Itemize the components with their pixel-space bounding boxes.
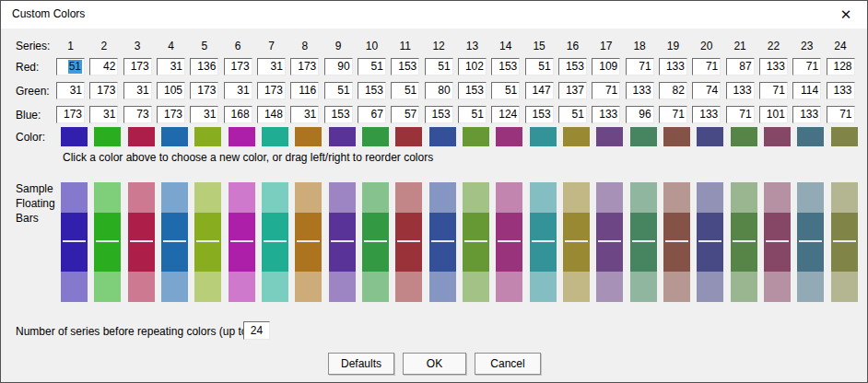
green-value-input[interactable]: 114 [792, 82, 821, 99]
green-value-input[interactable]: 74 [692, 82, 721, 99]
green-value-input[interactable]: 153 [458, 82, 487, 99]
red-value-input[interactable]: 31 [257, 58, 286, 75]
red-value-input[interactable]: 102 [458, 58, 487, 75]
color-swatch[interactable] [596, 127, 623, 146]
color-swatch[interactable] [463, 127, 489, 146]
blue-value-input[interactable]: 153 [324, 106, 353, 123]
blue-value-input[interactable]: 148 [257, 106, 286, 123]
blue-value-input[interactable]: 124 [491, 106, 520, 123]
green-value-input[interactable]: 147 [525, 82, 554, 99]
green-value-input[interactable]: 153 [358, 82, 386, 99]
red-value-input[interactable]: 133 [759, 58, 788, 75]
green-value-input[interactable]: 31 [56, 82, 85, 99]
green-value-input[interactable]: 71 [759, 82, 788, 99]
red-value-input[interactable]: 31 [157, 58, 185, 75]
color-swatch[interactable] [94, 127, 121, 146]
blue-value-input[interactable]: 31 [89, 106, 118, 123]
green-value-input[interactable]: 51 [324, 82, 353, 99]
close-icon[interactable]: ✕ [825, 1, 867, 29]
color-swatch[interactable] [429, 127, 456, 146]
blue-value-input[interactable]: 71 [659, 106, 687, 123]
green-value-input[interactable]: 105 [157, 82, 185, 99]
green-value-input[interactable]: 31 [123, 82, 152, 99]
blue-value-input[interactable]: 67 [358, 106, 386, 123]
blue-value-input[interactable]: 96 [626, 106, 654, 123]
green-value-input[interactable]: 82 [659, 82, 687, 99]
red-value-input[interactable]: 133 [659, 58, 687, 75]
blue-value-input[interactable]: 73 [123, 106, 152, 123]
green-value-input[interactable]: 51 [491, 82, 520, 99]
blue-value-input[interactable]: 31 [290, 106, 319, 123]
green-value-input[interactable]: 80 [425, 82, 453, 99]
red-value-input[interactable]: 136 [190, 58, 218, 75]
blue-value-input[interactable]: 101 [759, 106, 788, 123]
red-value-input[interactable]: 173 [224, 58, 252, 75]
red-value-input[interactable]: 153 [558, 58, 587, 75]
color-swatch[interactable] [395, 127, 422, 146]
color-swatch[interactable] [630, 127, 657, 146]
color-swatch[interactable] [563, 127, 590, 146]
color-swatch[interactable] [61, 127, 88, 146]
color-swatch[interactable] [329, 127, 356, 146]
color-swatch[interactable] [530, 127, 557, 146]
green-value-input[interactable]: 71 [592, 82, 620, 99]
red-value-input[interactable]: 109 [592, 58, 620, 75]
color-swatch[interactable] [229, 127, 255, 146]
green-value-input[interactable]: 173 [190, 82, 218, 99]
blue-value-input[interactable]: 133 [592, 106, 620, 123]
green-value-input[interactable]: 133 [827, 82, 855, 99]
red-value-input[interactable]: 71 [692, 58, 721, 75]
color-swatch[interactable] [731, 127, 757, 146]
blue-value-input[interactable]: 133 [692, 106, 721, 123]
color-swatch[interactable] [194, 127, 221, 146]
blue-value-input[interactable]: 153 [525, 106, 554, 123]
green-value-input[interactable]: 173 [89, 82, 118, 99]
num-series-input[interactable]: 24 [243, 321, 270, 340]
blue-value-input[interactable]: 153 [425, 106, 453, 123]
color-swatch[interactable] [262, 127, 288, 146]
blue-value-input[interactable]: 57 [391, 106, 419, 123]
green-value-input[interactable]: 51 [391, 82, 419, 99]
blue-value-input[interactable]: 71 [827, 106, 855, 123]
red-value-input[interactable]: 51 [525, 58, 554, 75]
green-value-input[interactable]: 116 [290, 82, 319, 99]
color-swatch[interactable] [764, 127, 791, 146]
red-value-input[interactable]: 51 [56, 58, 85, 75]
red-value-input[interactable]: 128 [827, 58, 855, 75]
blue-value-input[interactable]: 173 [157, 106, 185, 123]
color-swatch[interactable] [362, 127, 389, 146]
green-value-input[interactable]: 31 [224, 82, 252, 99]
red-value-input[interactable]: 51 [358, 58, 386, 75]
color-swatch[interactable] [797, 127, 824, 146]
red-value-input[interactable]: 51 [425, 58, 453, 75]
blue-value-input[interactable]: 168 [224, 106, 252, 123]
red-value-input[interactable]: 42 [89, 58, 118, 75]
color-swatch[interactable] [496, 127, 522, 146]
blue-value-input[interactable]: 133 [792, 106, 821, 123]
green-value-input[interactable]: 133 [726, 82, 755, 99]
color-swatch[interactable] [663, 127, 690, 146]
red-value-input[interactable]: 173 [290, 58, 319, 75]
red-value-input[interactable]: 153 [491, 58, 520, 75]
blue-value-input[interactable]: 51 [558, 106, 587, 123]
blue-value-input[interactable]: 51 [458, 106, 487, 123]
blue-value-input[interactable]: 71 [726, 106, 755, 123]
green-value-input[interactable]: 137 [558, 82, 587, 99]
green-value-input[interactable]: 133 [626, 82, 654, 99]
red-value-input[interactable]: 173 [123, 58, 152, 75]
red-value-input[interactable]: 153 [391, 58, 419, 75]
red-value-input[interactable]: 71 [792, 58, 821, 75]
red-value-input[interactable]: 87 [726, 58, 755, 75]
color-swatch[interactable] [831, 127, 858, 146]
color-swatch[interactable] [295, 127, 322, 146]
color-swatch[interactable] [161, 127, 188, 146]
green-value-input[interactable]: 173 [257, 82, 286, 99]
defaults-button[interactable]: Defaults [328, 353, 394, 375]
red-value-input[interactable]: 90 [324, 58, 353, 75]
color-swatch[interactable] [697, 127, 723, 146]
ok-button[interactable]: OK [403, 353, 466, 375]
blue-value-input[interactable]: 173 [56, 106, 85, 123]
blue-value-input[interactable]: 31 [190, 106, 218, 123]
red-value-input[interactable]: 71 [626, 58, 654, 75]
cancel-button[interactable]: Cancel [475, 353, 541, 375]
